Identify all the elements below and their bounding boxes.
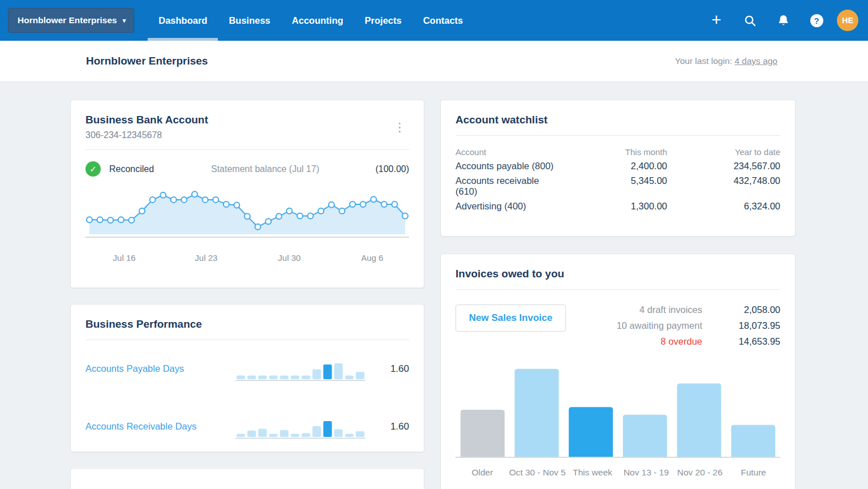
page-title: Hornblower Enterprises: [86, 55, 208, 67]
invoices-chart-x-labels: Older Oct 30 - Nov 5 This week Nov 13 - …: [456, 467, 780, 478]
table-row-label: Advertising (400): [456, 201, 562, 212]
x-tick: Aug 6: [361, 253, 383, 263]
account-watchlist-card: Account watchlist Account This month Yea…: [440, 100, 796, 237]
invoices-card-title: Invoices owed to you: [456, 268, 780, 280]
x-tick: Future: [727, 467, 780, 478]
bank-account-number: 306-234-12345678: [85, 130, 208, 140]
kebab-menu-icon[interactable]: ⋮: [390, 114, 409, 140]
table-row-label: Accounts receivable (610): [456, 175, 562, 197]
search-icon: [744, 14, 757, 27]
bell-icon: [777, 14, 790, 27]
awaiting-payment-amount: 18,073.95: [717, 320, 780, 331]
left-column: Business Bank Account 306-234-12345678 ⋮…: [70, 100, 424, 489]
tab-contacts[interactable]: Contacts: [412, 0, 474, 41]
right-column: Account watchlist Account This month Yea…: [440, 100, 796, 489]
last-login-link[interactable]: 4 days ago: [734, 56, 777, 66]
tab-projects[interactable]: Projects: [354, 0, 412, 41]
plus-icon: +: [711, 11, 721, 28]
avatar-initials: HE: [842, 16, 853, 25]
performance-row: Accounts Receivable Days 1.60: [85, 398, 409, 456]
invoices-bar-chart: [456, 362, 780, 458]
divider: [85, 149, 409, 150]
table-cell: 2,400.00: [562, 161, 667, 171]
x-tick: Nov 13 - 19: [620, 467, 673, 478]
divider: [456, 135, 780, 136]
receivable-days-value: 1.60: [390, 421, 409, 432]
help-icon: ?: [810, 14, 823, 27]
bank-balance-chart: [85, 184, 409, 238]
x-tick: Jul 16: [113, 253, 136, 263]
xero-dashboard-page: Hornblower Enterprises ▾ Dashboard Busin…: [0, 0, 868, 489]
help-button[interactable]: ?: [803, 7, 830, 33]
chevron-down-icon: ▾: [123, 17, 126, 24]
bank-account-card: Business Bank Account 306-234-12345678 ⋮…: [70, 100, 424, 288]
reconciled-status: Reconciled: [109, 164, 154, 174]
x-tick: Jul 30: [278, 253, 300, 263]
tab-accounting[interactable]: Accounting: [281, 0, 354, 41]
table-row-label: Accounts payable (800): [456, 161, 562, 171]
search-button[interactable]: [737, 7, 763, 33]
invoices-owed-card: Invoices owed to you New Sales Invoice 4…: [440, 254, 796, 489]
new-sales-invoice-button[interactable]: New Sales Invoice: [456, 304, 566, 332]
x-tick: Nov 20 - 26: [673, 467, 727, 478]
top-nav: Hornblower Enterprises ▾ Dashboard Busin…: [0, 0, 868, 41]
notifications-button[interactable]: [770, 7, 796, 33]
watchlist-table: Account This month Year to date Accounts…: [456, 147, 780, 212]
tab-dashboard[interactable]: Dashboard: [148, 0, 218, 41]
below-fold-card: [70, 468, 424, 489]
tab-business[interactable]: Business: [218, 0, 281, 41]
divider: [456, 289, 780, 290]
business-performance-card: Business Performance Accounts Payable Da…: [70, 304, 424, 452]
table-cell: 5,345.00: [562, 175, 667, 197]
x-tick: Jul 23: [195, 253, 217, 263]
overdue-amount: 14,653.95: [717, 336, 780, 347]
column-header: This month: [562, 147, 667, 157]
user-avatar[interactable]: HE: [837, 10, 858, 31]
invoice-summary: 4 draft invoices 2,058.00 10 awaiting pa…: [617, 304, 780, 347]
performance-card-title: Business Performance: [85, 318, 409, 331]
reconciled-check-icon: ✓: [85, 161, 101, 177]
awaiting-payment-link[interactable]: 10 awaiting payment: [617, 320, 702, 331]
last-login-label: Your last login:: [675, 56, 732, 66]
performance-row: Accounts Payable Days 1.60: [85, 340, 409, 398]
org-switcher-button[interactable]: Hornblower Enterprises ▾: [8, 8, 134, 33]
table-cell: 234,567.00: [667, 161, 780, 171]
payable-days-value: 1.60: [390, 363, 409, 375]
org-name: Hornblower Enterprises: [18, 15, 117, 25]
create-new-button[interactable]: +: [703, 7, 729, 33]
x-tick: This week: [566, 467, 620, 478]
bank-chart-x-labels: Jul 16 Jul 23 Jul 30 Aug 6: [85, 253, 409, 264]
main-nav: Dashboard Business Accounting Projects C…: [148, 0, 474, 41]
statement-balance-value: (100.00): [375, 164, 409, 174]
dashboard-content: Business Bank Account 306-234-12345678 ⋮…: [70, 82, 796, 489]
table-cell: 6,324.00: [667, 201, 780, 212]
x-tick: Older: [456, 467, 509, 478]
bank-card-title: Business Bank Account: [85, 114, 208, 126]
statement-balance-label: Statement balance (Jul 17): [211, 164, 319, 174]
receivable-days-sparkline: [235, 418, 366, 439]
column-header: Account: [456, 147, 562, 157]
table-cell: 1,300.00: [562, 201, 667, 212]
accounts-payable-days-link[interactable]: Accounts Payable Days: [85, 363, 235, 374]
watchlist-card-title: Account watchlist: [456, 114, 780, 126]
last-login: Your last login: 4 days ago: [675, 56, 777, 66]
overdue-link[interactable]: 8 overdue: [617, 336, 702, 347]
draft-invoices-link[interactable]: 4 draft invoices: [617, 304, 702, 315]
column-header: Year to date: [667, 147, 780, 157]
nav-actions: + ? HE: [703, 7, 868, 33]
org-header: Hornblower Enterprises Your last login: …: [0, 41, 868, 82]
accounts-receivable-days-link[interactable]: Accounts Receivable Days: [85, 421, 235, 432]
table-cell: 432,748.00: [667, 175, 780, 197]
x-tick: Oct 30 - Nov 5: [509, 467, 566, 478]
payable-days-sparkline: [235, 360, 366, 381]
draft-invoices-amount: 2,058.00: [717, 304, 780, 315]
